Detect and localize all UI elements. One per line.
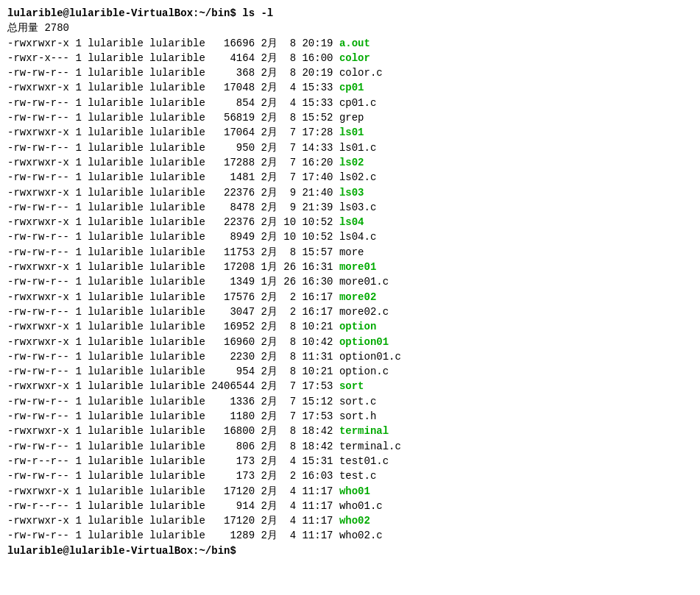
filename: ls01	[339, 127, 364, 138]
filename: test.c	[339, 470, 376, 482]
file-entry: -rw-rw-r-- 1 lularible lularible 1481 2月…	[7, 170, 693, 185]
file-entry: -rwxrwxr-x 1 lularible lularible 17064 2…	[7, 125, 693, 140]
filename: more02.c	[339, 306, 389, 318]
file-entry: -rw-rw-r-- 1 lularible lularible 368 2月 …	[7, 65, 693, 80]
file-entry: -rwxrwxr-x 1 lularible lularible 17120 2…	[7, 513, 693, 528]
file-entry: -rw-rw-r-- 1 lularible lularible 2230 2月…	[7, 349, 693, 364]
filename: ls04.c	[339, 231, 376, 243]
filename: color	[339, 52, 370, 64]
file-entry: -rwxr-x--- 1 lularible lularible 4164 2月…	[7, 51, 693, 65]
filename: more01	[339, 261, 376, 273]
filename: who01	[339, 485, 370, 497]
file-entry: -rwxrwxr-x 1 lularible lularible 17208 1…	[7, 260, 693, 274]
filename: grep	[339, 112, 364, 124]
file-entry: -rw-rw-r-- 1 lularible lularible 954 2月 …	[7, 364, 693, 379]
terminal-window: lularible@lularible-VirtualBox:~/bin$ ls…	[7, 6, 693, 558]
file-entry: -rw-r--r-- 1 lularible lularible 173 2月 …	[7, 454, 693, 468]
file-entry: -rw-rw-r-- 1 lularible lularible 1336 2月…	[7, 394, 693, 409]
file-entry: -rw-rw-r-- 1 lularible lularible 1289 2月…	[7, 528, 693, 543]
file-entry: -rwxrwxr-x 1 lularible lularible 16800 2…	[7, 424, 693, 438]
filename: a.out	[339, 38, 370, 49]
filename: sort.c	[339, 396, 376, 407]
filename: sort	[339, 380, 364, 392]
terminal-header: lularible@lularible-VirtualBox:~/bin$ ls…	[7, 6, 693, 21]
file-entry: -rw-rw-r-- 1 lularible lularible 806 2月 …	[7, 439, 693, 454]
filename: option.c	[339, 366, 389, 377]
filename: ls01.c	[339, 142, 376, 154]
file-entry: -rwxrwxr-x 1 lularible lularible 16952 2…	[7, 319, 693, 334]
file-entry: -rw-r--r-- 1 lularible lularible 914 2月 …	[7, 499, 693, 513]
file-entry: -rw-rw-r-- 1 lularible lularible 8478 2月…	[7, 200, 693, 215]
file-entry: -rwxrwxr-x 1 lularible lularible 22376 2…	[7, 185, 693, 200]
file-entry: -rw-rw-r-- 1 lularible lularible 11753 2…	[7, 245, 693, 260]
filename: cp01.c	[339, 97, 376, 109]
filename: color.c	[339, 67, 383, 79]
file-entry: -rw-rw-r-- 1 lularible lularible 8949 2月…	[7, 229, 693, 244]
file-entry: -rw-rw-r-- 1 lularible lularible 1349 1月…	[7, 274, 693, 289]
file-entry: -rw-rw-r-- 1 lularible lularible 173 2月 …	[7, 468, 693, 483]
file-entry: -rwxrwxr-x 1 lularible lularible 17120 2…	[7, 484, 693, 499]
filename: more02	[339, 291, 376, 303]
filename: cp01	[339, 82, 364, 93]
file-entry: -rwxrwxr-x 1 lularible lularible 17576 2…	[7, 290, 693, 304]
terminal-prompt-end: lularible@lularible-VirtualBox:~/bin$	[7, 544, 693, 558]
filename: ls02.c	[339, 171, 376, 183]
file-entry: -rwxrwxr-x 1 lularible lularible 17288 2…	[7, 155, 693, 170]
filename: option01	[339, 336, 389, 348]
file-entry: -rw-rw-r-- 1 lularible lularible 3047 2月…	[7, 304, 693, 319]
filename: ls02	[339, 157, 364, 168]
file-entry: -rw-rw-r-- 1 lularible lularible 1180 2月…	[7, 409, 693, 424]
file-list: -rwxrwxr-x 1 lularible lularible 16696 2…	[7, 36, 693, 544]
filename: more	[339, 246, 364, 258]
file-entry: -rw-rw-r-- 1 lularible lularible 950 2月 …	[7, 140, 693, 155]
file-entry: -rwxrwxr-x 1 lularible lularible 17048 2…	[7, 80, 693, 95]
filename: ls04	[339, 216, 364, 228]
file-entry: -rw-rw-r-- 1 lularible lularible 56819 2…	[7, 110, 693, 125]
filename: terminal	[339, 425, 389, 437]
filename: option	[339, 321, 376, 332]
filename: test01.c	[339, 455, 389, 467]
file-entry: -rwxrwxr-x 1 lularible lularible 16960 2…	[7, 335, 693, 349]
filename: more01.c	[339, 276, 389, 288]
filename: option01.c	[339, 351, 401, 363]
filename: who01.c	[339, 500, 383, 512]
file-entry: -rw-rw-r-- 1 lularible lularible 854 2月 …	[7, 96, 693, 110]
file-entry: -rwxrwxr-x 1 lularible lularible 16696 2…	[7, 36, 693, 51]
total-line: 总用量 2780	[7, 21, 693, 35]
filename: who02	[339, 515, 370, 527]
filename: terminal.c	[339, 441, 401, 452]
file-entry: -rwxrwxr-x 1 lularible lularible 2406544…	[7, 379, 693, 393]
filename: ls03	[339, 187, 364, 199]
filename: who02.c	[339, 530, 383, 541]
file-entry: -rwxrwxr-x 1 lularible lularible 22376 2…	[7, 215, 693, 229]
filename: ls03.c	[339, 202, 376, 213]
filename: sort.h	[339, 410, 376, 422]
